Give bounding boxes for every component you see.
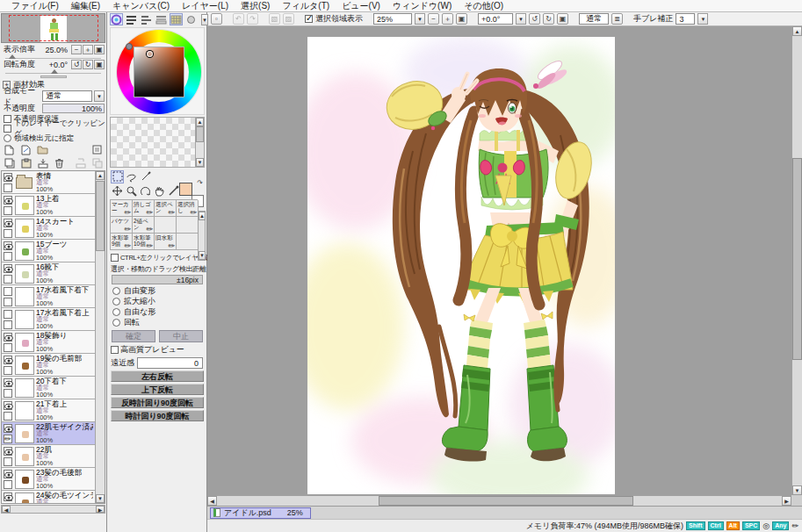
magic-wand-tool[interactable] [139, 170, 152, 183]
layer-row[interactable]: ✏ 16靴下 通常 100% [2, 262, 95, 285]
canvas[interactable] [307, 37, 615, 494]
color-wheel[interactable] [110, 27, 205, 115]
scroll-up-arrow[interactable]: ▲ [96, 171, 105, 180]
brush-slot[interactable]: 水彩筆10個 ✏ [133, 234, 155, 250]
zoom-in-button[interactable]: ＋ [442, 13, 453, 25]
layer-extra-toggle[interactable]: ✏ [4, 389, 12, 398]
layer-extra-toggle[interactable]: ✏ [4, 457, 12, 466]
layer-visibility-toggle[interactable] [4, 401, 12, 410]
layer-extra-toggle[interactable]: ✏ [4, 435, 12, 443]
layer-visibility-toggle[interactable] [4, 492, 12, 501]
layer-visibility-toggle[interactable] [4, 264, 12, 273]
nav-zoom-in-button[interactable]: ＋ [83, 45, 93, 54]
layer-extra-toggle[interactable]: ✏ [4, 275, 12, 284]
transform-free-radio[interactable] [112, 287, 120, 295]
layer-list-scrollbar[interactable]: ▲ ▼ [95, 171, 105, 503]
rotate-canvas-tool[interactable] [139, 184, 152, 198]
swap-colors-icon[interactable]: ↷ [197, 179, 203, 187]
flip-vertical-button[interactable]: 上下反転 [111, 384, 204, 395]
layer-row[interactable]: ✏ 22肌モザイク済み 通常 100% [2, 422, 95, 445]
layer-extra-toggle[interactable]: ✏ [4, 320, 12, 329]
layer-extra-toggle[interactable]: ✏ [4, 206, 12, 215]
layer-row[interactable]: ✏ 23髪の毛後部 通常 100% [2, 468, 95, 491]
combine-button[interactable] [90, 157, 104, 169]
layer-extra-toggle[interactable]: ✏ [4, 480, 12, 489]
brush-slot[interactable]: ✏ [155, 217, 177, 234]
selection-options-button[interactable]: ≣ [611, 13, 623, 25]
nav-zoom-out-button[interactable]: − [71, 45, 82, 54]
delete-layer-button[interactable] [53, 157, 66, 169]
zoom-dropdown-button[interactable]: ▼ [415, 13, 425, 25]
layer-visibility-toggle[interactable] [4, 378, 12, 387]
brush-slot[interactable]: ✏ [177, 234, 199, 250]
brush-slot[interactable]: ✏ [177, 217, 199, 234]
scroll-down-arrow[interactable]: ▼ [96, 494, 105, 503]
layer-visibility-toggle[interactable] [4, 447, 12, 456]
menu-item[interactable]: レイヤー(L) [176, 0, 235, 12]
canvas-hscrollbar[interactable]: ◀ ▶ [207, 495, 791, 506]
move-tool[interactable] [111, 184, 124, 198]
layer-mask-button[interactable] [90, 144, 104, 155]
brush-slot[interactable]: 選択ペン ✏ [155, 200, 177, 217]
canvas-scroll-left[interactable]: ◀ [207, 496, 217, 506]
layer-row[interactable]: ✏ 17水着風下着上 通常 100% [2, 308, 95, 331]
selection-source-radio[interactable] [4, 134, 11, 142]
rotate-ccw-button[interactable]: ↺ [529, 13, 540, 25]
brush-slot[interactable]: 消しゴム ✏ [133, 200, 155, 217]
layer-extra-toggle[interactable]: ✏ [4, 366, 12, 375]
zoom-combo[interactable]: 25% [373, 13, 412, 25]
brush-slot[interactable]: 旧水彩 ✏ [155, 234, 177, 250]
canvas-scroll-right[interactable]: ▶ [782, 496, 791, 506]
stabilizer-dropdown-button[interactable]: ▼ [697, 13, 708, 25]
sv-marker[interactable] [147, 51, 153, 57]
hand-tool[interactable] [153, 184, 166, 198]
angle-combo[interactable]: +0.0° [478, 13, 513, 25]
drag-detect-slider[interactable]: ±16pix [112, 275, 203, 284]
invert-selection-button[interactable]: ▨ [283, 13, 294, 25]
layer-extra-toggle[interactable]: ✏ [4, 252, 12, 261]
layer-row[interactable]: ✏ 表情 通常 100% [2, 171, 95, 194]
layer-row[interactable]: ✏ 15ブーツ 通常 100% [2, 240, 95, 262]
ctrl-layer-select-checkbox[interactable] [111, 254, 119, 262]
rotate-cw-button[interactable]: ↻ [543, 13, 554, 25]
paste-layer-button[interactable] [19, 157, 33, 169]
stabilizer-combo[interactable]: 3 [676, 13, 695, 25]
document-tab[interactable]: アイドル.psd 25% [210, 507, 311, 519]
new-layer-button[interactable] [3, 144, 16, 155]
navigator-zoom-slider[interactable] [5, 54, 101, 59]
blend-mode-dropdown-button[interactable]: ▼ [94, 90, 105, 102]
foreground-color-swatch[interactable] [179, 183, 192, 196]
layer-row[interactable]: ✏ 21下着上 通常 100% [2, 399, 95, 422]
menu-item[interactable]: フィルタ(T) [276, 0, 336, 12]
rect-select-tool[interactable] [111, 170, 124, 183]
nav-rotate-ccw-button[interactable]: ↺ [71, 60, 82, 69]
scratchpad-scrollbar[interactable]: ▲ ▼ [195, 118, 204, 167]
swatches-tab[interactable] [170, 13, 183, 25]
brush-slot[interactable]: 2値ペン ✏ [133, 217, 155, 234]
menu-item[interactable]: その他(O) [458, 0, 509, 12]
brush-grid-scrollbar[interactable]: ▲ ▼ [198, 211, 206, 261]
flip-horizontal-button[interactable]: 左右反転 [111, 370, 204, 382]
canvas-scroll-up[interactable]: ▲ [792, 26, 802, 36]
zoom-out-button[interactable]: − [428, 13, 439, 25]
merge-down-button[interactable] [36, 157, 49, 169]
layer-row[interactable]: ✏ 13上着 通常 100% [2, 194, 95, 217]
selection-display-mode[interactable]: 通常 [579, 13, 609, 25]
new-layer-set-button[interactable] [36, 144, 49, 155]
scroll-right-arrow[interactable]: ▶ [96, 506, 105, 513]
empty-tool-slot[interactable] [153, 170, 166, 183]
hq-preview-checkbox[interactable] [111, 346, 119, 354]
menu-item[interactable]: ビュー(V) [336, 0, 387, 12]
hue-marker[interactable] [126, 43, 133, 50]
scratchpad-tab[interactable] [184, 13, 198, 25]
brush-slot[interactable]: マーカー ✏ [111, 200, 133, 217]
brush-slot[interactable]: バケツ ✏ [111, 217, 133, 234]
layer-visibility-toggle[interactable] [4, 241, 12, 250]
nav-rotate-reset-button[interactable]: ▣ [94, 60, 105, 69]
layer-visibility-toggle[interactable] [4, 424, 12, 433]
navigator-thumbnail[interactable] [1, 13, 105, 43]
rotate-ccw-90-button[interactable]: 反時計回り90度回転 [111, 397, 204, 408]
show-selection-checkbox[interactable] [305, 15, 313, 23]
eyedropper-tool[interactable] [167, 184, 180, 198]
cancel-button[interactable]: 中止 [159, 330, 203, 342]
